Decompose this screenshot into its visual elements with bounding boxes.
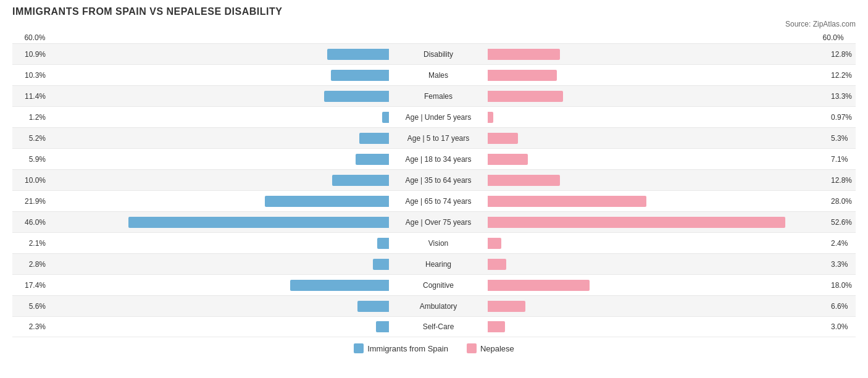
left-value: 10.3% (12, 71, 49, 80)
left-value: 2.3% (12, 322, 49, 331)
left-bar-container (49, 258, 389, 271)
left-bar-container (49, 174, 389, 187)
bar-nepalese (488, 49, 560, 60)
right-bar-container (488, 237, 827, 250)
bar-nepalese (488, 154, 528, 165)
right-bar-container (488, 153, 827, 166)
right-bar-container (488, 300, 827, 313)
legend-item-spain: Immigrants from Spain (354, 343, 448, 353)
chart-row: 10.0% Age | 35 to 64 years 12.8% (12, 169, 856, 190)
chart-row: 1.2% Age | Under 5 years 0.97% (12, 106, 856, 127)
right-bar-container (488, 132, 827, 145)
left-bar-container (49, 90, 389, 103)
bar-nepalese (488, 280, 590, 291)
left-value: 21.9% (12, 197, 49, 206)
legend-item-nepalese: Nepalese (467, 343, 514, 353)
row-label: Cognitive (389, 281, 488, 290)
chart-row: 46.0% Age | Over 75 years 52.6% (12, 211, 856, 232)
bar-spain (324, 91, 389, 102)
chart-row: 2.8% Hearing 3.3% (12, 253, 856, 274)
bar-spain (359, 133, 389, 144)
chart-row: 21.9% Age | 65 to 74 years 28.0% (12, 190, 856, 211)
left-value: 5.2% (12, 134, 49, 143)
right-value: 12.8% (827, 176, 864, 185)
chart-container: 60.0% 60.0% 10.9% Disability 12.8% 10.3%… (12, 33, 856, 337)
bar-nepalese (488, 133, 518, 144)
bar-spain (376, 321, 389, 332)
left-bar-container (49, 321, 389, 333)
right-value: 3.0% (827, 322, 864, 331)
right-bar-container (488, 90, 827, 103)
left-bar-container (49, 69, 389, 82)
legend-box-spain (354, 343, 364, 353)
legend-box-nepalese (467, 343, 477, 353)
left-bar-container (49, 300, 389, 313)
right-value: 6.6% (827, 302, 864, 311)
right-bar-container (488, 258, 827, 271)
left-bar-container (49, 48, 389, 61)
row-label: Age | 5 to 17 years (389, 134, 488, 143)
bar-spain (265, 196, 389, 207)
left-bar-container (49, 195, 389, 208)
left-value: 5.9% (12, 155, 49, 164)
row-label: Males (389, 71, 488, 80)
row-label: Vision (389, 239, 488, 248)
left-value: 1.2% (12, 113, 49, 122)
bar-spain (357, 301, 389, 312)
right-value: 12.8% (827, 50, 864, 59)
bar-nepalese (488, 259, 506, 270)
legend: Immigrants from Spain Nepalese (12, 343, 856, 353)
right-bar-container (488, 48, 827, 61)
bar-nepalese (488, 321, 505, 332)
row-label: Age | Over 75 years (389, 218, 488, 227)
bar-spain (331, 70, 389, 81)
bar-spain (332, 175, 389, 186)
right-value: 13.3% (827, 92, 864, 101)
chart-row: 5.9% Age | 18 to 34 years 7.1% (12, 148, 856, 169)
right-value: 52.6% (827, 218, 864, 227)
row-label: Age | 65 to 74 years (389, 197, 488, 206)
right-bar-container (488, 216, 827, 229)
bar-nepalese (488, 112, 493, 123)
bar-spain (327, 49, 389, 60)
chart-title: IMMIGRANTS FROM SPAIN VS NEPALESE DISABI… (12, 6, 856, 17)
left-value: 2.1% (12, 239, 49, 248)
x-left-label: 60.0% (12, 33, 49, 42)
bar-nepalese (488, 301, 525, 312)
row-label: Age | Under 5 years (389, 113, 488, 122)
row-label: Age | 18 to 34 years (389, 155, 488, 164)
chart-row: 2.3% Self-Care 3.0% (12, 316, 856, 337)
row-label: Age | 35 to 64 years (389, 176, 488, 185)
chart-row: 10.9% Disability 12.8% (12, 43, 856, 64)
bar-spain (373, 259, 389, 270)
left-value: 11.4% (12, 92, 49, 101)
bar-spain (290, 280, 389, 291)
row-label: Ambulatory (389, 302, 488, 311)
bar-nepalese (488, 70, 557, 81)
left-bar-container (49, 279, 389, 292)
source-label: Source: ZipAtlas.com (12, 20, 856, 28)
right-bar-container (488, 69, 827, 82)
left-bar-container (49, 153, 389, 166)
right-value: 12.2% (827, 71, 864, 80)
right-value: 0.97% (827, 113, 864, 122)
chart-row: 11.4% Females 13.3% (12, 85, 856, 106)
bar-spain (128, 217, 389, 228)
left-value: 46.0% (12, 218, 49, 227)
right-bar-container (488, 174, 827, 187)
chart-row: 5.6% Ambulatory 6.6% (12, 295, 856, 316)
bar-spain (356, 154, 389, 165)
right-value: 7.1% (827, 155, 864, 164)
chart-row: 2.1% Vision 2.4% (12, 232, 856, 253)
x-axis: 60.0% 60.0% (12, 33, 856, 42)
right-bar-container (488, 195, 827, 208)
right-value: 18.0% (827, 281, 864, 290)
bar-nepalese (488, 238, 501, 249)
right-bar-container (488, 111, 827, 124)
row-label: Females (389, 92, 488, 101)
row-label: Hearing (389, 260, 488, 269)
bar-nepalese (488, 175, 560, 186)
chart-row: 10.3% Males 12.2% (12, 64, 856, 85)
legend-label-nepalese: Nepalese (480, 344, 514, 353)
left-value: 2.8% (12, 260, 49, 269)
